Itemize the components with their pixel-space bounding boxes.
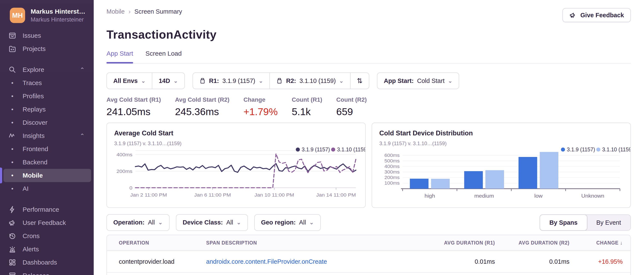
release-r1-selector[interactable]: R1: 3.1.9 (1157) ⌄ [193, 73, 270, 89]
chart-title: Average Cold Start [114, 129, 358, 137]
sidebar-item-label: Profiles [22, 93, 44, 100]
swap-releases-button[interactable]: ⇅ [350, 73, 369, 89]
r1-label: R1: [209, 77, 219, 84]
sidebar-item-label: Alerts [22, 245, 39, 253]
sidebar-group-label: Insights [22, 132, 44, 139]
sidebar-item-mobile[interactable]: • Mobile [4, 169, 91, 182]
user-menu[interactable]: MH Markus Hinterst… Markus Hintersteiner [0, 0, 94, 29]
sidebar-item-replays[interactable]: • Replays [4, 103, 91, 116]
sidebar-item-frontend[interactable]: • Frontend [4, 142, 91, 156]
sidebar-item-profiles[interactable]: • Profiles [4, 90, 91, 103]
device-class-filter-group: Device Class: All ⌄ [176, 214, 248, 231]
filter-value: All [299, 219, 306, 226]
sidebar-item-backend[interactable]: • Backend [4, 156, 91, 169]
filter-label: Device Class: [183, 219, 223, 226]
geo-region-filter[interactable]: Geo region: All ⌄ [255, 215, 320, 230]
cell-span-description-link[interactable]: androidx.core.content.FileProvider.onCre… [206, 258, 414, 265]
sidebar-item-discover[interactable]: • Discover [4, 116, 91, 129]
tab-screen-load[interactable]: Screen Load [146, 50, 182, 63]
chart-subtitle: 3.1.9 (1157) v. 3.1.10…(1159) [379, 140, 623, 146]
legend-label: 3.1.10 (1159 [337, 146, 366, 153]
r2-label: R2: [286, 77, 296, 84]
give-feedback-label: Give Feedback [580, 12, 624, 19]
svg-text:Jan 10 11:00 PM: Jan 10 11:00 PM [254, 192, 294, 198]
release-icon [199, 78, 206, 84]
tab-bar: App Start Screen Load [106, 50, 631, 64]
col-avg-duration-r2[interactable]: AVG DURATION (R2) [495, 240, 570, 246]
sidebar-item-label: Backend [22, 159, 48, 166]
env-period-group: All Envs ⌄ 14D ⌄ [106, 73, 185, 89]
sort-desc-icon[interactable]: ↓ [620, 240, 623, 245]
chevron-down-icon: ⌄ [141, 78, 146, 84]
sidebar-item-label: Traces [22, 79, 42, 87]
stat-label: Count (R2) [336, 96, 367, 103]
col-span-description[interactable]: SPAN DESCRIPTION [206, 240, 414, 246]
sidebar-item-label: Dashboards [22, 259, 57, 266]
search-icon [8, 66, 16, 74]
cell-change: +16.95% [570, 258, 623, 265]
legend-dot [561, 148, 565, 152]
by-spans-toggle[interactable]: By Spans [540, 214, 587, 231]
svg-text:Unknown: Unknown [582, 193, 604, 198]
sidebar-item-crons[interactable]: Crons [4, 229, 91, 243]
bullet-icon: • [8, 106, 16, 113]
period-value: 14D [159, 77, 170, 84]
sidebar-group-insights[interactable]: Insights ⌃ [4, 129, 91, 142]
period-filter[interactable]: 14D ⌄ [152, 73, 184, 89]
col-avg-duration-r1[interactable]: AVG DURATION (R1) [414, 240, 495, 246]
projects-icon [8, 45, 16, 53]
col-change[interactable]: CHANGE ↓ [570, 240, 623, 246]
sidebar-item-label: Performance [22, 206, 59, 213]
sidebar-item-projects[interactable]: Projects [4, 42, 91, 56]
sidebar-group-label: Explore [22, 66, 44, 73]
device-distribution-chart-card: Cold Start Device Distribution 3.1.9 (11… [372, 123, 631, 208]
stat-label: Count (R1) [292, 96, 322, 103]
legend-label: 3.1.10 (1159 [602, 146, 631, 153]
chevron-down-icon: ⌄ [310, 219, 314, 225]
sidebar-item-label: Crons [22, 232, 40, 240]
sidebar-item-alerts[interactable]: Alerts [4, 243, 91, 256]
main-content: Mobile › Screen Summary Give Feedback Tr… [94, 0, 644, 275]
filter-value: All [148, 219, 155, 226]
lightning-icon [8, 205, 16, 214]
tab-app-start[interactable]: App Start [106, 50, 133, 63]
chevron-up-icon[interactable]: ⌃ [80, 132, 91, 139]
sidebar-item-traces[interactable]: • Traces [4, 76, 91, 90]
operation-filter[interactable]: Operation: All ⌄ [107, 215, 169, 230]
breadcrumb-current: Screen Summary [134, 8, 182, 15]
user-name: Markus Hinterst… [31, 8, 86, 15]
breadcrumb-mobile[interactable]: Mobile [106, 8, 124, 15]
svg-text:high: high [425, 193, 435, 198]
sidebar-item-releases[interactable]: Releases [4, 269, 91, 275]
filter-label: Geo region: [261, 219, 296, 226]
svg-text:low: low [534, 193, 543, 198]
chevron-up-icon[interactable]: ⌃ [80, 66, 91, 73]
sidebar-item-label: Frontend [22, 145, 48, 153]
sidebar-item-performance[interactable]: Performance [4, 203, 91, 216]
avatar: MH [10, 8, 25, 23]
env-filter[interactable]: All Envs ⌄ [107, 73, 152, 89]
line-chart[interactable]: 0200ms400msJan 2 11:00 PMJan 6 11:00 PMJ… [114, 148, 358, 198]
app-start-type-filter[interactable]: App Start: Cold Start ⌄ [377, 73, 459, 89]
svg-text:600ms: 600ms [384, 153, 400, 158]
bar-chart[interactable]: 100ms200ms300ms400ms500ms600mshighmedium… [379, 148, 623, 198]
chevron-down-icon: ⌄ [339, 78, 344, 84]
sidebar-item-issues[interactable]: Issues [4, 29, 91, 42]
legend-dot [596, 148, 600, 152]
legend-label: 3.1.9 (1157) [567, 146, 595, 153]
sidebar-item-user-feedback[interactable]: User Feedback [4, 216, 91, 229]
release-r2-selector[interactable]: R2: 3.1.10 (1159) ⌄ [270, 73, 350, 89]
bullet-icon: • [8, 185, 16, 192]
releases-icon [8, 271, 16, 275]
by-event-toggle[interactable]: By Event [587, 215, 630, 230]
bullet-icon: • [8, 80, 16, 86]
stat-label: Avg Cold Start (R1) [106, 96, 161, 103]
sidebar-item-dashboards[interactable]: Dashboards [4, 256, 91, 269]
device-class-filter[interactable]: Device Class: All ⌄ [176, 215, 248, 230]
sidebar-group-explore[interactable]: Explore ⌃ [4, 63, 91, 76]
col-operation[interactable]: OPERATION [119, 240, 206, 246]
give-feedback-button[interactable]: Give Feedback [562, 8, 631, 22]
sidebar-item-ai[interactable]: • AI [4, 182, 91, 195]
sidebar-item-label: Issues [22, 32, 41, 39]
stat-label: Change [244, 96, 278, 103]
